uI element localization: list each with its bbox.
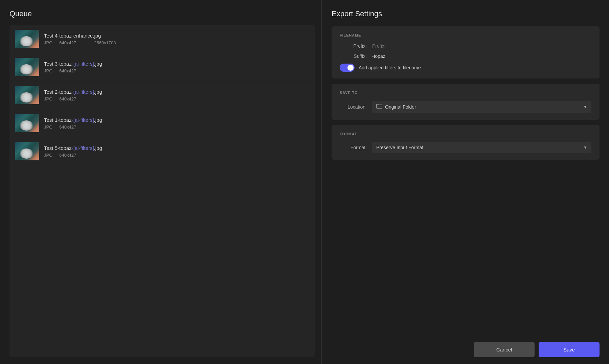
queue-item-info: Test 3-topaz-[ai-filters].jpgJPG640x427 xyxy=(44,61,309,73)
filename-filter: -[ai-filters] xyxy=(72,145,94,151)
format-label: Format: xyxy=(340,145,367,150)
queue-item-info: Test 2-topaz-[ai-filters].jpgJPG640x427 xyxy=(44,89,309,101)
toggle-label: Add applied filters to filename xyxy=(359,65,421,70)
location-label: Location: xyxy=(340,104,367,110)
queue-size: 640x427 xyxy=(59,40,76,45)
prefix-input[interactable] xyxy=(372,43,431,49)
filename-base: Test 1-topaz xyxy=(44,117,72,123)
toggle-row: Add applied filters to filename xyxy=(340,64,591,72)
queue-size: 640x427 xyxy=(59,96,76,101)
filename-filter: -[ai-filters] xyxy=(72,117,94,123)
suffix-label: Suffix: xyxy=(340,53,367,59)
filename-filter: -[ai-filters] xyxy=(72,89,94,95)
prefix-label: Prefix: xyxy=(340,43,367,49)
queue-filename: Test 1-topaz-[ai-filters].jpg xyxy=(44,117,309,123)
filename-base: Test 2-topaz xyxy=(44,89,72,95)
filename-ext: .jpg xyxy=(94,145,102,151)
queue-list: Test 4-topaz-enhance.jpgJPG640x427→2560x… xyxy=(9,25,315,357)
queue-item-info: Test 4-topaz-enhance.jpgJPG640x427→2560x… xyxy=(44,33,309,45)
filename-ext: .jpg xyxy=(94,89,102,95)
queue-meta: JPG640x427 xyxy=(44,153,309,158)
format-row: Format: Preserve Input Format ▼ xyxy=(340,142,591,153)
suffix-value: -topaz xyxy=(372,53,385,59)
cancel-button[interactable]: Cancel xyxy=(474,342,535,357)
queue-format: JPG xyxy=(44,68,52,73)
bottom-actions: Cancel Save xyxy=(332,335,600,357)
queue-item[interactable]: Test 1-topaz-[ai-filters].jpgJPG640x427 xyxy=(9,109,315,137)
queue-item[interactable]: Test 3-topaz-[ai-filters].jpgJPG640x427 xyxy=(9,53,315,81)
queue-thumbnail xyxy=(15,114,39,132)
queue-thumbnail xyxy=(15,142,39,160)
format-value: Preserve Input Format xyxy=(376,145,423,150)
export-title: Export Settings xyxy=(332,9,600,18)
format-chevron-icon: ▼ xyxy=(583,145,587,150)
location-value: Original Folder xyxy=(385,104,416,110)
saveto-section: SAVE TO Location: Original Folder ▼ xyxy=(332,84,600,120)
queue-size: 640x427 xyxy=(59,68,76,73)
export-settings-panel: Export Settings FILENAME Prefix: Suffix:… xyxy=(322,0,609,364)
filename-section-label: FILENAME xyxy=(340,33,591,37)
queue-item[interactable]: Test 4-topaz-enhance.jpgJPG640x427→2560x… xyxy=(9,25,315,53)
folder-icon xyxy=(376,104,382,110)
filename-ext: .jpg xyxy=(94,61,102,67)
chevron-down-icon: ▼ xyxy=(583,105,587,109)
ai-filters-toggle[interactable] xyxy=(340,64,355,72)
filename-ext: .jpg xyxy=(94,117,102,123)
queue-meta: JPG640x427 xyxy=(44,96,309,101)
queue-item-info: Test 5-topaz-[ai-filters].jpgJPG640x427 xyxy=(44,145,309,158)
queue-size: 640x427 xyxy=(59,153,76,158)
queue-panel: Queue Test 4-topaz-enhance.jpgJPG640x427… xyxy=(0,0,321,364)
suffix-row: Suffix: -topaz xyxy=(340,53,591,59)
format-section: FORMAT Format: Preserve Input Format ▼ xyxy=(332,125,600,160)
queue-item-info: Test 1-topaz-[ai-filters].jpgJPG640x427 xyxy=(44,117,309,130)
format-dropdown[interactable]: Preserve Input Format ▼ xyxy=(372,142,591,153)
queue-item[interactable]: Test 5-topaz-[ai-filters].jpgJPG640x427 xyxy=(9,137,315,165)
filename-filter: -[ai-filters] xyxy=(72,61,94,67)
queue-format: JPG xyxy=(44,153,52,158)
queue-filename: Test 5-topaz-[ai-filters].jpg xyxy=(44,145,309,151)
filename-section: FILENAME Prefix: Suffix: -topaz Add appl… xyxy=(332,26,600,78)
queue-format: JPG xyxy=(44,40,52,45)
queue-thumbnail xyxy=(15,58,39,76)
queue-meta: JPG640x427→2560x1708 xyxy=(44,40,309,45)
filename-base: Test 5-topaz xyxy=(44,145,72,151)
queue-meta: JPG640x427 xyxy=(44,68,309,73)
location-row: Location: Original Folder ▼ xyxy=(340,101,591,113)
queue-meta: JPG640x427 xyxy=(44,124,309,130)
queue-item[interactable]: Test 2-topaz-[ai-filters].jpgJPG640x427 xyxy=(9,81,315,109)
queue-thumbnail xyxy=(15,30,39,48)
queue-filename: Test 4-topaz-enhance.jpg xyxy=(44,33,309,39)
format-section-label: FORMAT xyxy=(340,132,591,136)
filename-base: Test 3-topaz xyxy=(44,61,72,67)
queue-format: JPG xyxy=(44,124,52,130)
save-button[interactable]: Save xyxy=(539,342,600,357)
queue-arrow: → xyxy=(83,40,87,45)
queue-size: 640x427 xyxy=(59,124,76,130)
queue-output-size: 2560x1708 xyxy=(94,40,116,45)
queue-thumbnail xyxy=(15,86,39,104)
queue-filename: Test 3-topaz-[ai-filters].jpg xyxy=(44,61,309,67)
saveto-section-label: SAVE TO xyxy=(340,91,591,95)
queue-title: Queue xyxy=(9,9,315,18)
location-dropdown[interactable]: Original Folder ▼ xyxy=(372,101,591,113)
prefix-row: Prefix: xyxy=(340,43,591,49)
queue-format: JPG xyxy=(44,96,52,101)
queue-filename: Test 2-topaz-[ai-filters].jpg xyxy=(44,89,309,95)
